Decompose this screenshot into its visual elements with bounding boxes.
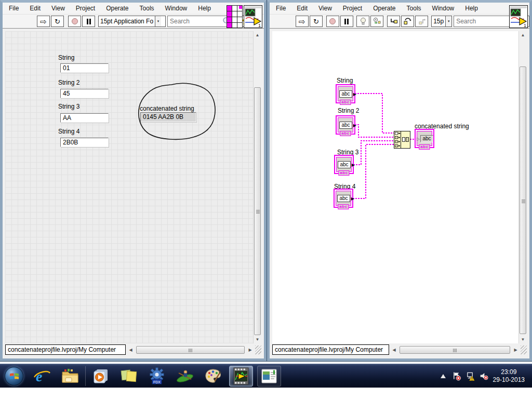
taskbar-sticky-notes[interactable]	[117, 366, 141, 387]
scroll-up-icon[interactable]: ▲	[254, 31, 261, 39]
output-arrow-icon: ▶	[353, 123, 356, 129]
document-viewer-icon	[261, 368, 277, 384]
scroll-left-icon[interactable]: ◀	[127, 346, 135, 354]
step-into-button[interactable]	[387, 16, 400, 27]
start-button[interactable]	[2, 366, 26, 387]
front-panel-canvas[interactable]: String 01 String 2 45 String 3 AA String…	[5, 31, 253, 343]
menu-window[interactable]: Window	[432, 5, 455, 12]
block-diagram-window: File Edit View Project Operate Tools Win…	[267, 0, 532, 361]
scroll-left-icon[interactable]: ◀	[390, 346, 398, 354]
alignment-grid-icon[interactable]	[227, 5, 243, 28]
taskbar-labview-active[interactable]	[229, 366, 253, 387]
vscroll-thumb[interactable]	[254, 87, 261, 335]
menu-project[interactable]: Project	[343, 5, 362, 12]
menu-tools[interactable]: Tools	[140, 5, 154, 12]
taskbar-paint[interactable]	[201, 366, 225, 387]
highlight-execution-button[interactable]	[356, 16, 369, 27]
pause-button[interactable]	[82, 16, 95, 27]
pause-button[interactable]	[340, 16, 353, 27]
taskbar-media-player[interactable]	[89, 366, 113, 387]
sticky-notes-icon	[121, 368, 137, 384]
project-path[interactable]: concatenateprojfile.lvproj/My Computer	[5, 344, 126, 355]
menu-edit[interactable]: Edit	[297, 5, 308, 12]
scroll-right-icon[interactable]: ▶	[512, 346, 520, 354]
step-over-button[interactable]	[401, 16, 414, 27]
vscroll-thumb[interactable]	[520, 66, 526, 334]
scroll-up-icon[interactable]: ▲	[519, 31, 527, 39]
vi-icon[interactable]: 1	[244, 5, 262, 28]
block-diagram-canvas[interactable]: String abc▶ abc String 2 abc▶ abc String…	[272, 31, 518, 343]
retain-wire-values-icon	[373, 17, 382, 25]
menu-file[interactable]: File	[9, 5, 19, 12]
block-diagram-menubar: File Edit View Project Operate Tools Win…	[270, 3, 529, 15]
string-3-terminal[interactable]: abc▶ abc	[334, 155, 354, 174]
hscroll-thumb[interactable]	[400, 346, 510, 354]
scroll-down-icon[interactable]: ▼	[519, 336, 527, 343]
output-arrow-icon: ▶	[351, 196, 354, 202]
block-diagram-hscrollbar[interactable]: ◀ ▶	[390, 345, 520, 354]
step-out-button[interactable]	[415, 16, 428, 27]
resize-grip[interactable]	[521, 345, 527, 354]
run-button[interactable]: ⇨	[37, 16, 50, 27]
project-path[interactable]: concatenateprojfile.lvproj/My Computer	[272, 344, 389, 355]
taskbar-document-viewer[interactable]	[257, 366, 281, 387]
abc-tab: abc	[340, 100, 351, 105]
retain-wire-values-button[interactable]	[370, 16, 383, 27]
run-continuously-button[interactable]: ↻	[51, 16, 64, 27]
taskbar-internet-explorer[interactable]: e	[30, 366, 54, 387]
menu-view[interactable]: View	[51, 5, 65, 12]
menu-operate[interactable]: Operate	[373, 5, 395, 12]
menu-edit[interactable]: Edit	[30, 5, 41, 12]
volume-control[interactable]	[480, 371, 488, 380]
lightbulb-icon	[360, 17, 367, 25]
menu-window[interactable]: Window	[165, 5, 188, 12]
menu-operate[interactable]: Operate	[106, 5, 128, 12]
taskbar-kayak-game[interactable]	[173, 366, 197, 387]
menu-tools[interactable]: Tools	[407, 5, 421, 12]
scroll-right-icon[interactable]: ▶	[246, 346, 254, 354]
vi-icon-badge: 1	[258, 23, 261, 28]
menu-project[interactable]: Project	[76, 5, 95, 12]
front-panel-hscrollbar[interactable]: ◀ ▶	[127, 345, 254, 354]
vi-icon[interactable]: 1	[509, 5, 528, 28]
block-diagram-vscrollbar[interactable]: ▲ ▼	[518, 31, 527, 343]
string-4-terminal[interactable]: abc▶ abc	[334, 189, 353, 208]
concatenate-strings-function[interactable]	[394, 131, 410, 149]
run-button[interactable]: ⇨	[296, 16, 309, 27]
block-diagram-toolbar: ⇨ ↻	[270, 15, 529, 29]
string-3-label: String 3	[58, 103, 79, 110]
font-dropdown-icon[interactable]: ▾	[445, 16, 451, 26]
taskbar-clock[interactable]: 23:09 29-10-2013	[493, 368, 527, 384]
flag-error-icon	[453, 371, 461, 381]
resize-grip[interactable]	[255, 345, 261, 354]
hscroll-thumb[interactable]	[136, 346, 245, 354]
run-continuously-button[interactable]: ↻	[310, 16, 323, 27]
menu-help[interactable]: Help	[465, 5, 478, 12]
string-2-terminal[interactable]: abc▶ abc	[336, 115, 355, 135]
menu-help[interactable]: Help	[198, 5, 211, 12]
search-input[interactable]	[456, 18, 508, 25]
font-selector[interactable]: 15pt Application Fo ▾	[98, 16, 166, 27]
font-dropdown-icon[interactable]: ▾	[155, 16, 161, 26]
chevron-up-icon	[441, 374, 446, 378]
network-status[interactable]: !	[466, 371, 475, 380]
menu-file[interactable]: File	[276, 5, 286, 12]
front-panel-vscrollbar[interactable]: ▲ ▼	[253, 31, 261, 343]
string-4-input[interactable]: 2B0B	[60, 138, 109, 147]
abort-button[interactable]	[68, 16, 81, 27]
action-center-flag[interactable]	[453, 371, 461, 380]
taskbar-fdx-tool[interactable]: FDX	[145, 366, 169, 387]
string-1-terminal[interactable]: abc▶ abc	[336, 84, 355, 103]
string-1-input[interactable]: 01	[60, 63, 109, 73]
font-selector[interactable]: 15p ▾	[431, 16, 452, 27]
scroll-down-icon[interactable]: ▼	[254, 336, 261, 343]
concatenated-string-terminal[interactable]: ▷abc abc	[415, 129, 434, 148]
show-hidden-icons-button[interactable]	[439, 371, 448, 380]
menu-view[interactable]: View	[318, 5, 332, 12]
abort-button[interactable]	[326, 16, 339, 27]
string-3-input[interactable]: AA	[60, 113, 109, 123]
front-panel-menubar: File Edit View Project Operate Tools Win…	[3, 3, 264, 15]
string-2-input[interactable]: 45	[60, 89, 109, 98]
taskbar-windows-explorer[interactable]	[58, 366, 82, 387]
search-input[interactable]	[170, 18, 222, 25]
